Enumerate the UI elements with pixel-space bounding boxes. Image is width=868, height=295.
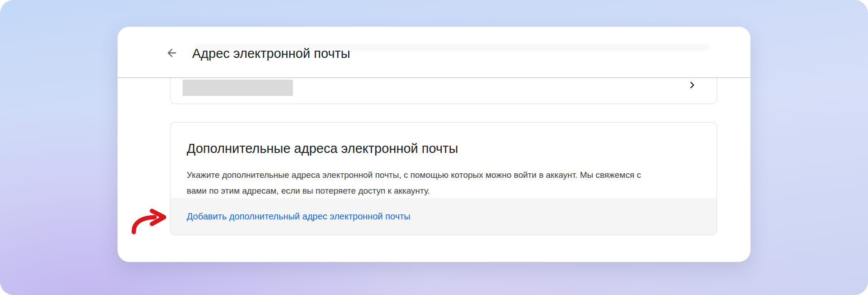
section-description: Укажите дополнительные адреса электронно… <box>170 156 717 199</box>
screenshot-canvas: Дополнительные адреса электронной почты … <box>0 0 868 295</box>
account-settings-panel: Дополнительные адреса электронной почты … <box>118 27 750 262</box>
arrow-left-icon <box>165 47 178 59</box>
add-additional-email-link[interactable]: Добавить дополнительный адрес электронно… <box>187 211 410 222</box>
redacted-email-placeholder <box>183 80 293 96</box>
chevron-right-icon <box>687 80 697 90</box>
section-title: Дополнительные адреса электронной почты <box>170 123 717 156</box>
additional-emails-card: Дополнительные адреса электронной почты … <box>170 122 717 235</box>
description-line-2: вами по этим адресам, если вы потеряете … <box>187 183 676 199</box>
back-button[interactable] <box>165 46 179 60</box>
page-title: Адрес электронной почты <box>192 45 350 62</box>
red-annotation-arrow-icon <box>122 204 176 240</box>
page-header: Адрес электронной почты <box>118 27 750 78</box>
section-footer: Добавить дополнительный адрес электронно… <box>170 198 717 235</box>
description-line-1: Укажите дополнительные адреса электронно… <box>187 167 676 183</box>
